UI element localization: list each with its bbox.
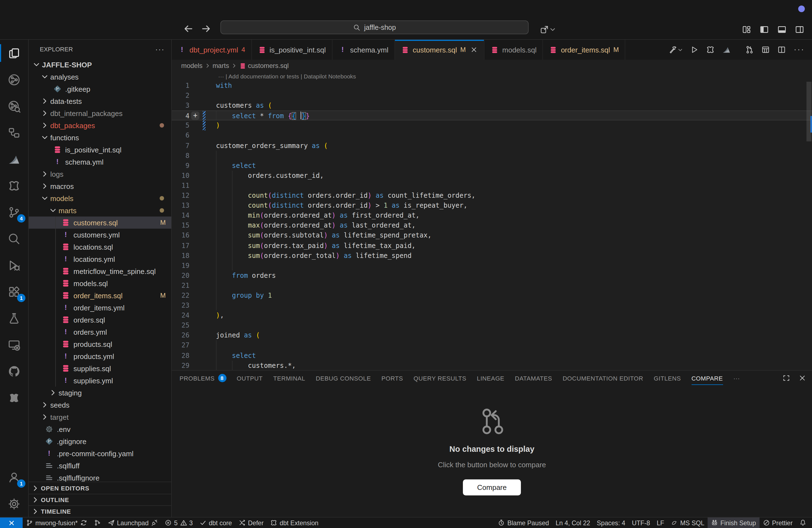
split-editor-icon[interactable] [777, 45, 786, 54]
compare-button[interactable]: Compare [463, 480, 521, 495]
tree-item-products-sql[interactable]: products.sql [29, 338, 171, 350]
status-remote-indicator[interactable] [0, 517, 23, 528]
tree-item-analyses[interactable]: analyses [29, 71, 171, 83]
tree-item-customers-yml[interactable]: !customers.yml [29, 229, 171, 241]
activity-altimate-datapilot[interactable] [0, 146, 28, 172]
tree-item-customers-sql[interactable]: customers.sqlM [29, 217, 171, 229]
status-dbt-extension-status[interactable]: dbt Extension [267, 517, 322, 528]
status-launchpad[interactable]: Launchpad [104, 517, 161, 528]
tree-item-logs[interactable]: logs [29, 168, 171, 180]
tree-item--gitkeep[interactable]: .gitkeep [29, 83, 171, 95]
tree-item--sqlfluffignore[interactable]: .sqlfluffignore [29, 472, 171, 482]
altimate-icon[interactable] [722, 45, 731, 54]
breadcrumb[interactable]: modelsmartscustomers.sql [172, 60, 812, 72]
tree-item--env[interactable]: .env [29, 423, 171, 435]
activity-dbt-query-explorer[interactable] [0, 93, 28, 119]
activity-flowchart-view[interactable] [0, 119, 28, 146]
code-editor[interactable]: 1with23customers as (4+ select * from {{… [172, 80, 812, 370]
tree-item-supplies-sql[interactable]: supplies.sql [29, 362, 171, 375]
tab-order-items-sql[interactable]: order_items.sqlM [543, 40, 626, 60]
tree-item-locations-yml[interactable]: !locations.yml [29, 253, 171, 265]
panel-tab-output[interactable]: OUTPUT [237, 371, 263, 385]
toggle-panel-icon[interactable] [777, 25, 787, 34]
status-dbt-core-status[interactable]: dbt core [196, 517, 235, 528]
editor-scrollbar[interactable] [806, 80, 812, 370]
toggle-secondary-sidebar-icon[interactable] [795, 25, 804, 34]
tree-item-models-sql[interactable]: models.sql [29, 277, 171, 289]
query-results-icon[interactable] [761, 45, 770, 54]
tree-item-seeds[interactable]: seeds [29, 399, 171, 411]
status-encoding[interactable]: UTF-8 [628, 517, 653, 528]
panel-tab-compare[interactable]: COMPARE [691, 371, 723, 385]
activity-remote-explorer[interactable] [0, 332, 28, 358]
activity-dbt-lineage[interactable] [0, 66, 28, 93]
panel-tab-overflow[interactable]: ··· [733, 371, 740, 385]
add-action-button[interactable]: + [191, 112, 199, 120]
activity-run-and-debug[interactable] [0, 252, 28, 278]
panel-tab-problems[interactable]: PROBLEMS8 [179, 371, 226, 385]
tree-item--pre-commit-config-yaml[interactable]: !.pre-commit-config.yaml [29, 448, 171, 459]
back-arrow-icon[interactable] [183, 23, 194, 34]
status-prettier[interactable]: Prettier [759, 517, 796, 528]
activity-github[interactable] [0, 358, 28, 384]
section-outline[interactable]: OUTLINE [29, 494, 171, 505]
tree-item-order-items-yml[interactable]: !order_items.yml [29, 302, 171, 314]
build-dbt-icon[interactable] [668, 45, 683, 54]
close-tab-icon[interactable] [470, 46, 478, 54]
tree-item-supplies-yml[interactable]: !supplies.yml [29, 375, 171, 386]
toggle-primary-sidebar-icon[interactable] [759, 25, 769, 34]
tree-item-metricflow-time-spine-sql[interactable]: metricflow_time_spine.sql [29, 265, 171, 277]
tree-item-functions[interactable]: functions [29, 131, 171, 144]
activity-explorer[interactable] [0, 40, 28, 66]
panel-tab-ports[interactable]: PORTS [381, 371, 403, 385]
status-cursor-position[interactable]: Ln 4, Col 22 [552, 517, 594, 528]
run-query-icon[interactable] [690, 45, 699, 54]
status-git-graph[interactable] [90, 517, 104, 528]
panel-tab-debug-console[interactable]: DEBUG CONSOLE [316, 371, 371, 385]
tree-item-models[interactable]: models [29, 192, 171, 204]
tree-item-dbt-internal-packages[interactable]: dbt_internal_packages [29, 107, 171, 119]
forward-arrow-icon[interactable] [201, 23, 212, 34]
close-panel-icon[interactable] [798, 374, 807, 382]
tree-item-locations-sql[interactable]: locations.sql [29, 241, 171, 253]
tree-item-data-tests[interactable]: data-tests [29, 95, 171, 107]
activity-dbt-power-user[interactable] [0, 172, 28, 199]
command-center-search[interactable]: jaffle-shop [220, 20, 528, 34]
breadcrumb-item[interactable]: models [181, 62, 202, 70]
tree-item-staging[interactable]: staging [29, 386, 171, 399]
status-defer-toggle[interactable]: Defer [235, 517, 267, 528]
explorer-more-actions[interactable]: ··· [155, 45, 164, 54]
activity-settings[interactable] [0, 490, 28, 517]
tree-item-schema-yml[interactable]: !schema.yml [29, 156, 171, 168]
maximize-panel-icon[interactable] [782, 374, 791, 382]
tree-item-jaffle-shop[interactable]: JAFFLE-SHOP [29, 59, 171, 71]
status-eol[interactable]: LF [653, 517, 668, 528]
tab-customers-sql[interactable]: customers.sqlM [395, 40, 484, 60]
tree-item-target[interactable]: target [29, 411, 171, 423]
section-timeline[interactable]: TIMELINE [29, 505, 171, 517]
panel-tab-query-results[interactable]: QUERY RESULTS [414, 371, 466, 385]
section-open-editors[interactable]: OPEN EDITORS [29, 482, 171, 494]
activity-source-control[interactable]: 4 [0, 199, 28, 225]
tab-models-sql[interactable]: models.sql [485, 40, 543, 60]
breadcrumb-item[interactable]: marts [213, 62, 229, 70]
tree-item-macros[interactable]: macros [29, 180, 171, 192]
activity-extensions[interactable]: 1 [0, 278, 28, 305]
tree-item-dbt-packages[interactable]: dbt_packages [29, 119, 171, 131]
activity-dbt-power-user-alt[interactable] [0, 384, 28, 411]
status-notifications-bell[interactable] [796, 517, 810, 528]
tree-item--sqlfluff[interactable]: .sqlfluff [29, 459, 171, 472]
status-language-mode[interactable]: MS SQL [668, 517, 708, 528]
panel-tab-terminal[interactable]: TERMINAL [273, 371, 305, 385]
status-indentation[interactable]: Spaces: 4 [594, 517, 628, 528]
tree-item-orders-yml[interactable]: !orders.yml [29, 326, 171, 338]
tree-item-products-yml[interactable]: !products.yml [29, 350, 171, 362]
panel-tab-documentation-editor[interactable]: DOCUMENTATION EDITOR [563, 371, 643, 385]
tab-schema-yml[interactable]: !schema.yml [332, 40, 395, 60]
activity-testing[interactable] [0, 305, 28, 332]
more-actions-icon[interactable]: ··· [793, 46, 804, 53]
tree-item--gitignore[interactable]: .gitignore [29, 435, 171, 448]
breadcrumb-item[interactable]: customers.sql [248, 62, 289, 70]
git-modified-gutter[interactable] [203, 121, 205, 131]
tab-dbt-project-yml[interactable]: !dbt_project.yml4 [172, 40, 252, 60]
